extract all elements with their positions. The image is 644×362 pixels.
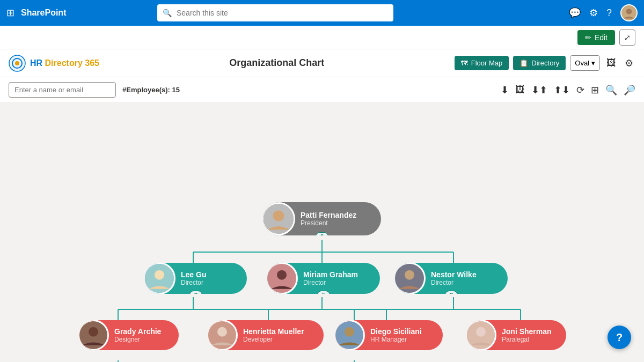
node-count-president: 3 [316,232,328,235]
node-info-staff3: Diego Siciliani HR Manager [365,324,430,346]
logo-text: HR Directory 365 [30,58,99,68]
fullscreen-button[interactable]: ⤢ [619,29,635,46]
node-name-staff4: Joni Sherman [502,327,552,336]
waffle-icon[interactable]: ⊞ [6,7,14,19]
svg-point-28 [277,270,287,280]
node-title-president: President [301,219,356,227]
node-info-director1: Lee Gu Director [175,267,215,290]
avatar-director2 [267,263,298,294]
svg-point-1 [626,9,632,14]
image-icon[interactable]: 🖼 [604,55,618,71]
search-input[interactable] [157,4,393,21]
node-name-president: Patti Fernandez [301,211,356,219]
avatar-staff1 [79,320,109,350]
node-name-staff1: Grady Archie [114,327,161,336]
node-title-director3: Director [431,279,477,286]
avatar-director3 [395,263,426,294]
floor-map-button[interactable]: 🗺 Floor Map [455,56,509,70]
node-info-president: Patti Fernandez President [295,208,365,230]
help-button[interactable]: ? [608,326,631,349]
avatar-staff2 [208,320,238,350]
node-name-director3: Nestor Wilke [431,270,477,279]
directory-button[interactable]: 📋 Directory [513,56,566,70]
refresh-icon[interactable]: ⟳ [576,84,584,96]
zoom-in-icon[interactable]: 🔍 [605,84,617,96]
node-director1[interactable]: Lee Gu Director 3 [145,263,247,294]
page-title: Organizational Chart [99,57,455,69]
expand-all-icon[interactable]: ⬆⬇ [554,84,570,96]
avatar-president [263,202,295,235]
svg-point-30 [405,270,414,280]
svg-point-24 [273,210,284,221]
node-name-director2: Miriam Graham [303,270,358,279]
avatar[interactable] [620,4,638,21]
search-icon: 🔍 [163,9,172,17]
svg-point-32 [89,327,98,337]
edit-icon: ✏ [585,33,591,42]
node-director3[interactable]: Nestor Wilke Director 3 [395,263,508,294]
zoom-out-icon[interactable]: 🔎 [624,84,635,96]
node-info-staff4: Joni Sherman Paralegal [496,324,560,346]
settings-gear-icon[interactable]: ⚙ [623,55,635,71]
node-staff3[interactable]: Diego Siciliani HR Manager [335,320,443,350]
topbar-right-icons: 💬 ⚙ ? [569,4,638,21]
node-name-staff3: Diego Siciliani [370,327,422,336]
node-info-staff2: Henrietta Mueller Developer [238,324,313,346]
avatar-staff4 [467,320,496,350]
node-staff4[interactable]: Joni Sherman Paralegal [467,320,566,350]
logo-icon [9,55,26,72]
node-info-director3: Nestor Wilke Director [426,267,485,290]
image-export-icon[interactable]: 🖼 [515,84,525,95]
search-bar: 🔍 [157,4,393,21]
svg-point-36 [345,327,354,337]
node-staff1[interactable]: Grady Archie Designer [79,320,179,350]
node-count-director2: 5 [317,291,330,294]
avatar-staff3 [335,320,365,350]
toolbar-icons: ⬇ 🖼 ⬇⬆ ⬆⬇ ⟳ ⊞ 🔍 🔎 [501,84,635,96]
chart-area: Patti Fernandez President 3 Lee Gu Direc… [0,103,644,362]
node-title-staff4: Paralegal [502,336,552,343]
node-count-director3: 3 [445,291,458,294]
directory-icon: 📋 [519,59,528,67]
appheader: HR Directory 365 Organizational Chart 🗺 … [0,49,644,77]
org-chart: Patti Fernandez President 3 Lee Gu Direc… [0,103,644,362]
settings-icon[interactable]: ⚙ [589,7,598,19]
node-count-director1: 3 [189,291,202,294]
toolbar: #Employee(s): 15 ⬇ 🖼 ⬇⬆ ⬆⬇ ⟳ ⊞ 🔍 🔎 [0,77,644,103]
edit-button[interactable]: ✏ Edit [577,30,615,45]
topbar: ⊞ SharePoint 🔍 💬 ⚙ ? [0,0,644,26]
node-info-director2: Miriam Graham Director [298,267,367,290]
node-name-staff2: Henrietta Mueller [243,327,304,336]
node-staff2[interactable]: Henrietta Mueller Developer [208,320,324,350]
node-name-director1: Lee Gu [181,270,206,279]
node-title-director1: Director [181,279,206,286]
help-icon[interactable]: ? [606,8,612,19]
svg-point-34 [217,327,227,337]
collapse-all-icon[interactable]: ⬇⬆ [531,84,547,96]
node-title-staff3: HR Manager [370,336,422,343]
svg-point-4 [15,61,19,65]
svg-point-26 [155,270,164,280]
shape-selector[interactable]: Oval ▾ [570,55,600,71]
app-logo: HR Directory 365 [9,55,99,72]
download-icon[interactable]: ⬇ [501,84,509,96]
node-info-staff1: Grady Archie Designer [109,324,170,346]
floor-map-icon: 🗺 [461,59,468,67]
org-view-icon[interactable]: ⊞ [591,84,599,96]
chevron-down-icon: ▾ [591,59,595,67]
node-director2[interactable]: Miriam Graham Director 5 [267,263,380,294]
node-title-director2: Director [303,279,358,286]
app-name: SharePoint [21,8,66,18]
svg-point-38 [476,327,486,337]
editbar: ✏ Edit ⤢ [0,26,644,49]
employee-count: #Employee(s): 15 [122,86,180,94]
chat-icon[interactable]: 💬 [569,7,581,19]
avatar-director1 [145,263,175,294]
appheader-actions: 🗺 Floor Map 📋 Directory Oval ▾ 🖼 ⚙ [455,55,635,71]
employee-search-input[interactable] [9,82,116,98]
node-title-staff1: Designer [114,336,161,343]
node-president[interactable]: Patti Fernandez President 3 [263,202,381,235]
node-title-staff2: Developer [243,336,304,343]
